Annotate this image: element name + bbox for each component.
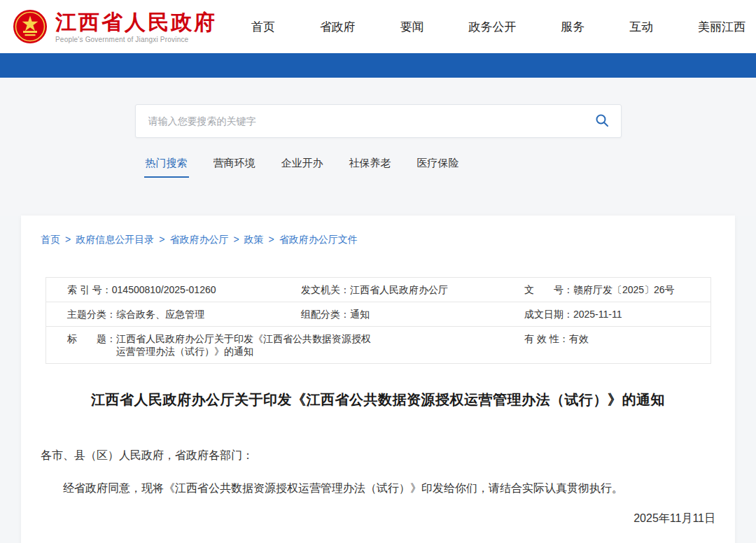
document-title: 江西省人民政府办公厅关于印发《江西省公共数据资源授权运营管理办法（试行）》的通知 — [41, 390, 715, 409]
site-title: 江西省人民政府 — [55, 10, 217, 34]
meta-row-3: 标 题： 江西省人民政府办公厅关于印发《江西省公共数据资源授权运营管理办法（试行… — [46, 327, 710, 363]
hot-link-enterprise-registration[interactable]: 企业开办 — [281, 157, 323, 170]
meta-issue-date: 成文日期： 2025-11-11 — [503, 302, 710, 326]
meta-validity: 有 效 性： 有效 — [503, 327, 710, 363]
site-logo[interactable]: 江西省人民政府 People's Government of Jiangxi P… — [13, 9, 217, 44]
hot-link-business-environment[interactable]: 营商环境 — [214, 157, 255, 170]
meta-doc-title: 标 题： 江西省人民政府办公厅关于印发《江西省公共数据资源授权运营管理办法（试行… — [46, 327, 503, 363]
search-icon — [595, 113, 609, 129]
document-date: 2025年11月11日 — [41, 512, 715, 526]
meta-row-2: 主题分类： 综合政务、应急管理 组配分类： 通知 成文日期： 2025-11-1… — [46, 302, 710, 327]
breadcrumb-item-home[interactable]: 首页 — [41, 234, 60, 245]
search-input[interactable] — [148, 115, 586, 127]
hot-search-label[interactable]: 热门搜索 — [146, 157, 188, 170]
page: 江西省人民政府 People's Government of Jiangxi P… — [0, 0, 756, 543]
salutation: 各市、县（区）人民政府，省政府各部门： — [41, 449, 715, 463]
hot-link-medical-insurance[interactable]: 医疗保险 — [417, 157, 459, 170]
nav-interaction[interactable]: 互动 — [629, 19, 653, 35]
breadcrumb-separator: > — [159, 234, 164, 245]
breadcrumb-item-general-office[interactable]: 省政府办公厅 — [169, 234, 228, 245]
breadcrumb: 首页>政府信息公开目录>省政府办公厅>政策>省政府办公厅文件 — [41, 234, 715, 246]
banner-band — [0, 53, 756, 78]
site-title-block: 江西省人民政府 People's Government of Jiangxi P… — [55, 10, 217, 43]
hot-link-social-security[interactable]: 社保养老 — [349, 157, 391, 170]
meta-row-1: 索 引 号： 014500810/2025-01260 发文机关： 江西省人民政… — [46, 278, 710, 302]
meta-topic-category: 主题分类： 综合政务、应急管理 — [46, 302, 280, 326]
nav-news[interactable]: 要闻 — [400, 19, 424, 35]
breadcrumb-separator: > — [65, 234, 71, 245]
doc-meta-table: 索 引 号： 014500810/2025-01260 发文机关： 江西省人民政… — [46, 277, 711, 364]
national-emblem-icon — [13, 9, 48, 44]
search-box — [135, 104, 622, 138]
meta-doc-number: 文 号： 赣府厅发〔2025〕26号 — [503, 278, 710, 302]
nav-services[interactable]: 服务 — [561, 19, 584, 35]
nav-gov-affairs-disclosure[interactable]: 政务公开 — [468, 19, 516, 35]
meta-index-number: 索 引 号： 014500810/2025-01260 — [46, 278, 280, 302]
breadcrumb-item-disclosure-directory[interactable]: 政府信息公开目录 — [76, 234, 154, 245]
breadcrumb-item-office-documents[interactable]: 省政府办公厅文件 — [279, 234, 358, 245]
site-subtitle: People's Government of Jiangxi Province — [55, 36, 217, 43]
hot-search-row: 热门搜索 营商环境 企业开办 社保养老 医疗保险 — [135, 157, 622, 170]
nav-beautiful-jiangxi[interactable]: 美丽江西 — [698, 19, 746, 35]
meta-issuing-agency: 发文机关： 江西省人民政府办公厅 — [280, 278, 503, 302]
breadcrumb-separator: > — [269, 234, 274, 245]
search-button[interactable] — [586, 106, 618, 136]
search-section: 热门搜索 营商环境 企业开办 社保养老 医疗保险 — [0, 78, 756, 216]
site-header: 江西省人民政府 People's Government of Jiangxi P… — [0, 0, 756, 53]
main-nav: 首页 省政府 要闻 政务公开 服务 互动 美丽江西 — [251, 19, 746, 35]
nav-home[interactable]: 首页 — [251, 19, 275, 35]
meta-group-category: 组配分类： 通知 — [280, 302, 503, 326]
content-card: 首页>政府信息公开目录>省政府办公厅>政策>省政府办公厅文件 索 引 号： 01… — [21, 216, 735, 543]
breadcrumb-item-policy[interactable]: 政策 — [244, 234, 264, 245]
nav-provincial-government[interactable]: 省政府 — [320, 19, 356, 35]
breadcrumb-separator: > — [233, 234, 239, 245]
body-paragraph: 经省政府同意，现将《江西省公共数据资源授权运营管理办法（试行）》印发给你们，请结… — [41, 479, 715, 498]
